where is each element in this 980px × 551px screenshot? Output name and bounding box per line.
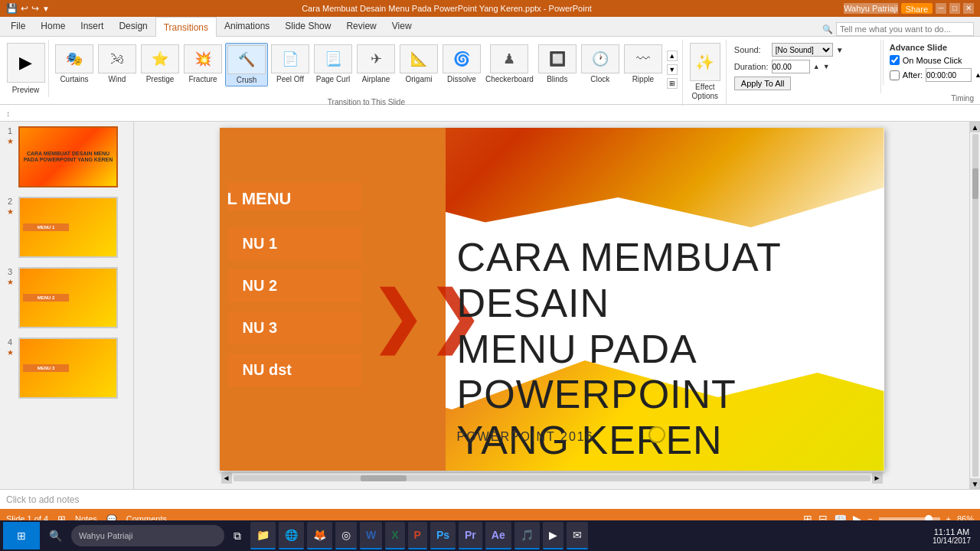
vertical-scroll-handle[interactable] — [972, 168, 978, 199]
save-icon[interactable]: 💾 — [6, 3, 18, 14]
slide-canvas[interactable]: L MENU NU 1 NU 2 NU 3 NU dst ❯❯ CARA MEM… — [220, 128, 884, 471]
transition-crush[interactable]: 🔨 Crush — [225, 43, 268, 86]
slide-img-4[interactable]: MENU 3 — [18, 337, 118, 399]
tab-insert[interactable]: Insert — [73, 16, 111, 36]
scroll-right-button[interactable]: ► — [872, 473, 883, 484]
tab-file[interactable]: File — [3, 16, 33, 36]
slide-img-1[interactable]: CARA MEMBUAT DESAIN MENU PADA POWERPOINT… — [18, 126, 118, 187]
tab-design[interactable]: Design — [111, 16, 155, 36]
taskbar-edge[interactable]: 🌐 — [279, 522, 304, 549]
user-label: Wahyu Patriaji — [844, 3, 898, 14]
transition-checkerboard[interactable]: ♟ Checkerboard — [484, 43, 535, 86]
tab-slide-show[interactable]: Slide Show — [277, 16, 338, 36]
notes-placeholder[interactable]: Click to add notes — [6, 494, 974, 505]
transition-prestige[interactable]: ⭐ Prestige — [139, 43, 181, 86]
customize-qat-icon[interactable]: ▼ — [42, 5, 50, 13]
taskbar-search[interactable]: Wahyu Patriaji — [71, 525, 224, 546]
transition-origami[interactable]: 📐 Origami — [398, 43, 439, 86]
taskbar-media[interactable]: ▶ — [543, 522, 564, 549]
taskbar-audition[interactable]: 🎵 — [514, 522, 540, 549]
on-click-checkbox[interactable] — [890, 55, 900, 65]
taskbar-premiere[interactable]: Pr — [459, 522, 482, 549]
search-button[interactable]: 🔍 — [43, 522, 68, 549]
after-checkbox[interactable] — [890, 70, 900, 80]
tab-animations[interactable]: Animations — [217, 16, 277, 36]
quick-access-toolbar[interactable]: 💾 ↩ ↪ ▼ — [6, 3, 50, 14]
tab-view[interactable]: View — [384, 16, 420, 36]
vertical-scroll-track[interactable] — [972, 134, 978, 477]
scroll-left-button[interactable]: ◄ — [221, 473, 232, 484]
transition-blinds[interactable]: 🔲 Blinds — [537, 43, 578, 86]
redo-icon[interactable]: ↪ — [31, 3, 39, 14]
slide-thumb-2[interactable]: 2 ★ MENU 1 — [3, 195, 130, 259]
transition-fracture[interactable]: 💥 Fracture — [182, 43, 224, 86]
after-spin-up[interactable]: ▲ — [975, 71, 980, 79]
apply-all-button[interactable]: Apply To All — [734, 77, 792, 90]
close-button[interactable]: ✕ — [963, 3, 974, 14]
transition-airplane[interactable]: ✈ Airplane — [355, 43, 397, 86]
scroll-handle[interactable] — [361, 475, 407, 481]
transition-dissolve[interactable]: 🌀 Dissolve — [441, 43, 482, 86]
share-button[interactable]: Share — [901, 3, 933, 14]
transitions-group: 🎭 Curtains 🌬 Wind ⭐ Prestige 💥 Fracture — [51, 40, 683, 106]
window-title: Cara Membuat Desain Menu Pada PowerPoint… — [50, 4, 844, 13]
tab-review[interactable]: Review — [338, 16, 384, 36]
maximize-button[interactable]: □ — [949, 3, 960, 14]
taskbar-powerpoint[interactable]: P — [408, 522, 427, 549]
transition-ripple[interactable]: 〰 Ripple — [622, 43, 664, 86]
preview-button[interactable]: ▶ — [7, 43, 45, 83]
taskbar-word[interactable]: W — [360, 522, 382, 549]
search-icon: 🔍 — [822, 24, 833, 34]
duration-spin-up[interactable]: ▲ — [813, 63, 820, 70]
undo-icon[interactable]: ↩ — [21, 3, 28, 14]
transition-wind[interactable]: 🌬 Wind — [96, 43, 138, 86]
duration-input[interactable] — [772, 60, 810, 73]
scroll-more-arrow[interactable]: ⊞ — [667, 78, 678, 89]
search-input[interactable] — [836, 22, 974, 36]
slide-menu-btn-3[interactable]: NU 3 — [227, 311, 361, 344]
sound-select[interactable]: [No Sound] — [772, 43, 833, 57]
slide-img-3[interactable]: MENU 2 — [18, 267, 118, 328]
tab-transitions[interactable]: Transitions — [155, 17, 217, 37]
taskbar-photoshop[interactable]: Ps — [430, 522, 456, 549]
slide-subtitle[interactable]: POWERPOINT 2016 — [457, 430, 594, 444]
transition-clock[interactable]: 🕐 Clock — [580, 43, 621, 86]
transition-peel-off[interactable]: 📄 Peel Off — [270, 43, 311, 86]
scroll-down-button[interactable]: ▼ — [970, 478, 981, 489]
task-view-button[interactable]: ⧉ — [227, 522, 247, 549]
slide-thumb-4[interactable]: 4 ★ MENU 3 — [3, 336, 130, 400]
scroll-down-arrow[interactable]: ▼ — [667, 64, 678, 75]
scroll-track[interactable] — [234, 475, 871, 481]
timing-section-label: Timing — [951, 94, 974, 103]
taskbar-explorer[interactable]: 📁 — [250, 522, 276, 549]
ribbon-tab-bar: File Home Insert Design Transitions Anim… — [0, 17, 980, 37]
taskbar-email[interactable]: ✉ — [567, 522, 588, 549]
slide-menu-btn-1[interactable]: NU 1 — [227, 227, 361, 260]
slide-menu-btn-4[interactable]: NU dst — [227, 354, 361, 386]
vertical-scrollbar[interactable]: ▲ ▼ — [969, 122, 980, 489]
duration-spin-down[interactable]: ▼ — [823, 63, 830, 70]
taskbar-ae[interactable]: Ae — [485, 522, 511, 549]
taskbar-chrome[interactable]: ◎ — [335, 522, 357, 549]
transition-scroll-arrows[interactable]: ▲ ▼ ⊞ — [665, 43, 679, 96]
minimize-button[interactable]: ─ — [936, 3, 946, 14]
slide-menu-btn-2[interactable]: NU 2 — [227, 269, 361, 302]
slide-thumb-1[interactable]: 1 ★ CARA MEMBUAT DESAIN MENU PADA POWERP… — [3, 125, 130, 189]
start-button[interactable]: ⊞ — [3, 522, 40, 549]
notes-bar[interactable]: Click to add notes — [0, 489, 980, 509]
slide-horizontal-scrollbar[interactable]: ◄ ► — [220, 472, 884, 483]
transition-curtains[interactable]: 🎭 Curtains — [54, 43, 95, 86]
sound-dropdown-arrow[interactable]: ▼ — [836, 46, 844, 54]
scroll-up-button[interactable]: ▲ — [970, 122, 981, 132]
tab-home[interactable]: Home — [33, 16, 73, 36]
slide-img-2[interactable]: MENU 1 — [18, 197, 118, 258]
window-controls[interactable]: Wahyu Patriaji Share ─ □ ✕ — [844, 3, 974, 14]
effect-options-button[interactable]: ✨ — [690, 43, 720, 81]
slide-thumb-3[interactable]: 3 ★ MENU 2 — [3, 266, 130, 330]
taskbar-excel[interactable]: X — [385, 522, 404, 549]
scroll-up-arrow[interactable]: ▲ — [667, 51, 678, 61]
slide-view: L MENU NU 1 NU 2 NU 3 NU dst ❯❯ CARA MEM… — [134, 122, 969, 489]
after-input[interactable] — [926, 68, 972, 82]
taskbar-firefox[interactable]: 🦊 — [307, 522, 332, 549]
transition-page-curl[interactable]: 📃 Page Curl — [312, 43, 354, 86]
